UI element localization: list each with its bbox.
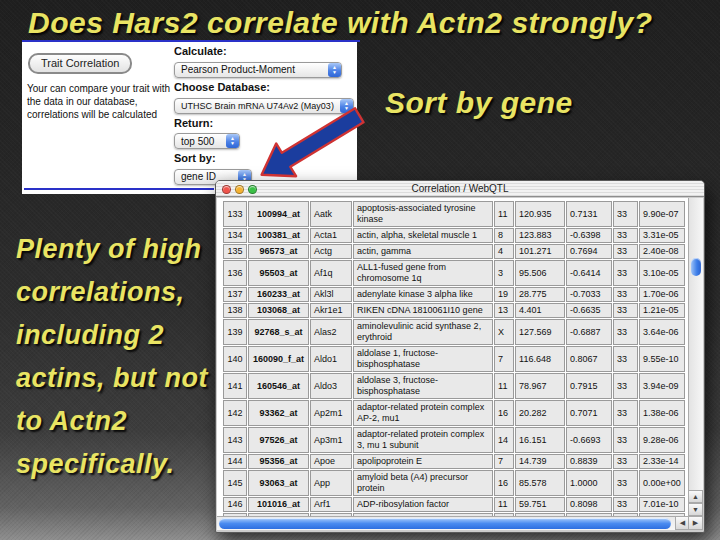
database-label: Choose Database: [174,81,356,93]
cell-num: 141 [223,373,247,399]
calculate-select[interactable]: Pearson Product-Moment ▲▼ [174,62,342,78]
cell-corr[interactable]: -0.6635 [566,303,612,318]
sort-by-gene-caption: Sort by gene [385,86,573,120]
cell-num: 137 [223,287,247,302]
cell-num: 144 [223,454,247,469]
cell-corr[interactable]: 0.8098 [566,497,612,512]
cell-probe[interactable]: 103068_at [248,303,309,318]
cell-corr[interactable]: -0.7033 [566,287,612,302]
cell-corr[interactable]: -0.6693 [566,427,612,453]
cell-chr: 8 [494,228,514,243]
cell-gene[interactable]: App [310,470,352,496]
cell-gene[interactable]: Akl3l [310,287,352,302]
window-body: 133100994_atAatkapoptosis-associated tyr… [217,198,703,530]
cell-desc: amyloid beta (A4) precursor protein [353,470,493,496]
cell-corr[interactable]: -0.6414 [566,260,612,286]
table-row: 140160090_f_atAldo1aldolase 1, fructose-… [223,346,685,372]
cell-n: 33 [613,319,638,345]
cell-probe[interactable]: 93063_at [248,470,309,496]
cell-corr[interactable]: 0.7131 [566,201,612,227]
cell-desc: aminolevulinic acid synthase 2, erythroi… [353,319,493,345]
cell-desc: adaptor-related protein complex AP-2, mu… [353,400,493,426]
cell-num: 133 [223,201,247,227]
cell-probe[interactable]: 100381_at [248,228,309,243]
cell-corr[interactable]: 0.7694 [566,244,612,259]
cell-probe[interactable]: 97526_at [248,427,309,453]
cell-chr: 19 [494,287,514,302]
vertical-scrollbar[interactable]: ▲ ▼ [688,198,703,516]
cell-corr[interactable]: 0.8839 [566,454,612,469]
horizontal-scrollbar-thumb[interactable] [219,518,671,529]
cell-corr[interactable]: 0.8067 [566,346,612,372]
cell-chr: 11 [494,201,514,227]
cell-corr[interactable]: -0.6398 [566,228,612,243]
cell-probe[interactable]: 95503_at [248,260,309,286]
minimize-icon[interactable] [235,185,244,194]
cell-num: 142 [223,400,247,426]
cell-pos: 120.935 [515,201,565,227]
cell-p: 3.64e-06 [639,319,685,345]
cell-corr[interactable]: 0.7915 [566,373,612,399]
table-row: 141160546_atAldo3aldolase 3, fructose-bi… [223,373,685,399]
cell-n: 33 [613,470,638,496]
cell-pos: 116.648 [515,346,565,372]
cell-probe[interactable]: 100994_at [248,201,309,227]
cell-corr[interactable]: 1.0000 [566,470,612,496]
cell-probe[interactable]: 160233_at [248,287,309,302]
cell-probe[interactable]: 93362_at [248,400,309,426]
cell-num: 140 [223,346,247,372]
note-line: specifically. [16,443,226,486]
vertical-scrollbar-thumb[interactable] [691,258,701,276]
cell-pos: 59.751 [515,497,565,512]
cell-corr[interactable]: 0.7071 [566,400,612,426]
note-line: including 2 [16,314,226,357]
cell-probe[interactable]: 101016_at [248,497,309,512]
cell-gene[interactable]: Alas2 [310,319,352,345]
cell-probe[interactable]: 160090_f_at [248,346,309,372]
cell-p: 9.28e-06 [639,427,685,453]
cell-gene[interactable]: Akr1e1 [310,303,352,318]
cell-p: 7.01e-10 [639,497,685,512]
cell-desc: actin, gamma [353,244,493,259]
cell-probe[interactable]: 92768_s_at [248,319,309,345]
table-row: 138103068_atAkr1e1RIKEN cDNA 1810061I10 … [223,303,685,318]
return-select[interactable]: top 500 ▲▼ [174,133,240,149]
cell-gene[interactable]: Aldo1 [310,346,352,372]
form-description: Your can compare your trait with the dat… [27,82,177,121]
zoom-icon[interactable] [248,185,257,194]
cell-gene[interactable]: Acta1 [310,228,352,243]
cell-pos: 127.569 [515,319,565,345]
cell-corr[interactable]: -0.6887 [566,319,612,345]
cell-gene[interactable]: Af1q [310,260,352,286]
table-row: 134100381_atActa1actin, alpha, skeletal … [223,228,685,243]
cell-probe[interactable]: 96573_at [248,244,309,259]
cell-probe[interactable]: 160546_at [248,373,309,399]
cell-pos: 85.578 [515,470,565,496]
cell-n: 33 [613,400,638,426]
cell-gene[interactable]: Apoe [310,454,352,469]
cell-gene[interactable]: Aldo3 [310,373,352,399]
cell-p: 2.33e-14 [639,454,685,469]
close-icon[interactable] [222,185,231,194]
correlation-window: Correlation / WebQTL 133100994_atAatkapo… [215,180,705,533]
note-text: Plenty of highcorrelations,including 2ac… [16,228,226,486]
cell-n: 33 [613,260,638,286]
cell-p: 1.21e-05 [639,303,685,318]
scroll-down-icon[interactable]: ▼ [688,503,703,516]
cell-probe[interactable]: 95356_at [248,454,309,469]
cell-num: 139 [223,319,247,345]
cell-gene[interactable]: Ap2m1 [310,400,352,426]
cell-gene[interactable]: Aatk [310,201,352,227]
scroll-up-icon[interactable]: ▲ [688,490,703,503]
cell-gene[interactable]: Ap3m1 [310,427,352,453]
scroll-right-icon[interactable]: ▶ [688,516,703,530]
horizontal-scrollbar[interactable]: ◀ ▶ [217,516,703,530]
trait-correlation-button[interactable]: Trait Correlation [28,53,132,74]
cell-p: 3.31e-05 [639,228,685,243]
cell-num: 138 [223,303,247,318]
cell-gene[interactable]: Actg [310,244,352,259]
cell-chr: 7 [494,346,514,372]
table-row: 146101016_atArf1ADP-ribosylation factor1… [223,497,685,512]
cell-chr: 16 [494,470,514,496]
cell-gene[interactable]: Arf1 [310,497,352,512]
